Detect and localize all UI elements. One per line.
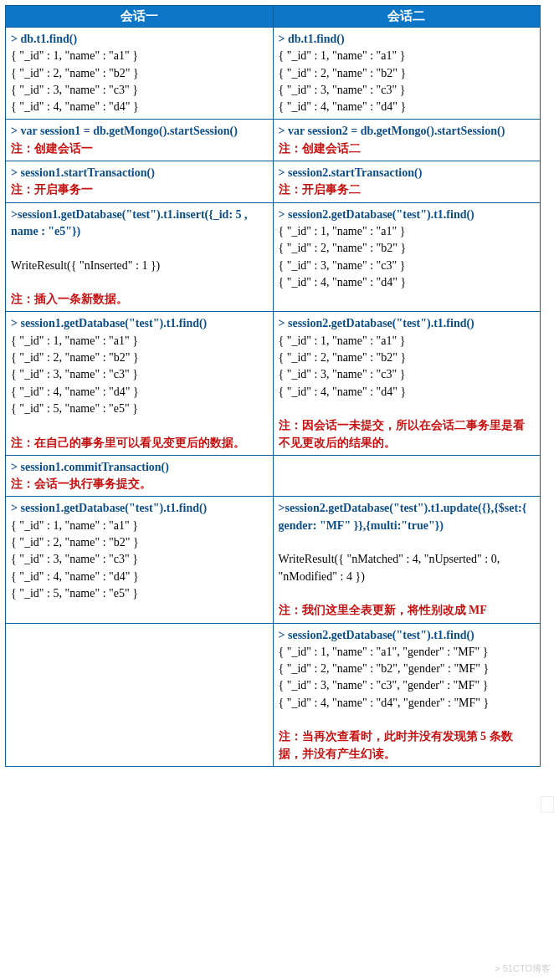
cell-session1: > db.t1.find(){ "_id" : 1, "name" : "a1"… (6, 28, 274, 120)
note-line: 注：插入一条新数据。 (11, 291, 268, 308)
command-line: > db.t1.find() (11, 31, 268, 48)
note-line: 注：创建会话一 (11, 140, 268, 157)
cell-session2: > session2.getDatabase("test").t1.find()… (273, 202, 541, 312)
table-row: > session1.getDatabase("test").t1.find()… (6, 497, 541, 623)
command-line: > session2.getDatabase("test").t1.find() (279, 207, 536, 223)
cell-session2: >session2.getDatabase("test").t1.update(… (273, 497, 541, 623)
output-line: { "_id" : 1, "name" : "a1" } (279, 223, 536, 240)
note-line: 注：在自己的事务里可以看见变更后的数据。 (11, 435, 268, 452)
header-col1: 会话一 (6, 6, 274, 28)
output-line: WriteResult({ "nInserted" : 1 }) (11, 258, 268, 274)
note-line: 注：开启事务一 (11, 181, 268, 198)
output-line (279, 585, 536, 602)
cell-session1: > session1.getDatabase("test").t1.find()… (6, 312, 274, 455)
output-line (11, 240, 268, 257)
command-line: >session2.getDatabase("test").t1.update(… (279, 500, 536, 534)
command-line: >session1.getDatabase("test").t1.insert(… (11, 207, 268, 241)
output-line: { "_id" : 5, "name" : "e5" } (11, 585, 268, 602)
cell-session1: >session1.getDatabase("test").t1.insert(… (6, 202, 274, 312)
cell-session1 (6, 623, 274, 766)
output-line: { "_id" : 2, "name" : "b2" } (11, 350, 268, 366)
table-row: >session1.getDatabase("test").t1.insert(… (6, 202, 541, 312)
cell-session1: > session1.getDatabase("test").t1.find()… (6, 497, 274, 623)
note-line: 注：开启事务二 (279, 181, 536, 198)
output-line: { "_id" : 3, "name" : "c3" } (279, 82, 536, 99)
table-row: > session1.getDatabase("test").t1.find()… (6, 312, 541, 455)
output-line: { "_id" : 2, "name" : "b2" } (279, 65, 536, 82)
table-row: > var session1 = db.getMongo().startSess… (6, 120, 541, 161)
output-line: { "_id" : 2, "name" : "b2" } (11, 534, 268, 551)
output-line: { "_id" : 1, "name" : "a1", "gender" : "… (279, 644, 536, 661)
cell-session1: > session1.startTransaction()注：开启事务一 (6, 161, 274, 203)
output-line: { "_id" : 1, "name" : "a1" } (11, 518, 268, 534)
cell-session2: > session2.startTransaction()注：开启事务二 (273, 161, 541, 203)
table-row: > session1.commitTransaction()注：会话一执行事务提… (6, 455, 541, 497)
table-row: > session2.getDatabase("test").t1.find()… (6, 623, 541, 766)
output-line: { "_id" : 4, "name" : "d4" } (279, 99, 536, 115)
table-row: > session1.startTransaction()注：开启事务一> se… (6, 161, 541, 203)
output-line: { "_id" : 3, "name" : "c3" } (279, 258, 536, 274)
command-line: > session2.getDatabase("test").t1.find() (279, 315, 536, 332)
output-line (279, 712, 536, 728)
output-line (279, 401, 536, 417)
output-line: WriteResult({ "nMatched" : 4, "nUpserted… (279, 551, 536, 585)
output-line: { "_id" : 2, "name" : "b2" } (279, 350, 536, 366)
output-line: { "_id" : 4, "name" : "d4" } (279, 274, 536, 291)
command-line: > var session2 = db.getMongo().startSess… (279, 123, 536, 140)
output-line: { "_id" : 4, "name" : "d4" } (279, 384, 536, 401)
cell-session2: > db.t1.find(){ "_id" : 1, "name" : "a1"… (273, 28, 541, 120)
note-line: 注：因会话一未提交，所以在会话二事务里是看不见更改后的结果的。 (279, 417, 536, 452)
output-line: { "_id" : 2, "name" : "b2" } (11, 65, 268, 82)
comparison-table: 会话一 会话二 > db.t1.find(){ "_id" : 1, "name… (5, 5, 541, 767)
command-line: > session1.startTransaction() (11, 165, 268, 181)
output-line: { "_id" : 3, "name" : "c3", "gender" : "… (279, 677, 536, 694)
output-line: { "_id" : 2, "name" : "b2", "gender" : "… (279, 661, 536, 677)
output-line (279, 534, 536, 551)
output-line: { "_id" : 3, "name" : "c3" } (11, 82, 268, 99)
header-col2: 会话二 (273, 6, 541, 28)
command-line: > session1.getDatabase("test").t1.find() (11, 500, 268, 517)
command-line: > db.t1.find() (279, 31, 536, 48)
output-line: { "_id" : 4, "name" : "d4" } (11, 384, 268, 401)
cell-session2: > session2.getDatabase("test").t1.find()… (273, 312, 541, 455)
output-line: { "_id" : 1, "name" : "a1" } (11, 333, 268, 350)
command-line: > session1.commitTransaction() (11, 459, 268, 476)
output-line: { "_id" : 1, "name" : "a1" } (279, 333, 536, 350)
output-line: { "_id" : 4, "name" : "d4", "gender" : "… (279, 695, 536, 712)
command-line: > var session1 = db.getMongo().startSess… (11, 123, 268, 140)
output-line: { "_id" : 4, "name" : "d4" } (11, 569, 268, 585)
output-line: { "_id" : 3, "name" : "c3" } (11, 551, 268, 568)
command-line: > session1.getDatabase("test").t1.find() (11, 315, 268, 332)
output-line: { "_id" : 2, "name" : "b2" } (279, 240, 536, 257)
note-line: 注：创建会话二 (279, 140, 536, 157)
cell-session2: > session2.getDatabase("test").t1.find()… (273, 623, 541, 766)
output-line: { "_id" : 5, "name" : "e5" } (11, 401, 268, 417)
table-row: > db.t1.find(){ "_id" : 1, "name" : "a1"… (6, 28, 541, 120)
output-line (11, 274, 268, 291)
note-line: 注：当再次查看时，此时并没有发现第 5 条数据，并没有产生幻读。 (279, 728, 536, 763)
cell-session2 (273, 455, 541, 497)
cell-session1: > var session1 = db.getMongo().startSess… (6, 120, 274, 161)
output-line: { "_id" : 3, "name" : "c3" } (11, 366, 268, 383)
cell-session1: > session1.commitTransaction()注：会话一执行事务提… (6, 455, 274, 497)
output-line: { "_id" : 4, "name" : "d4" } (11, 99, 268, 115)
output-line: { "_id" : 1, "name" : "a1" } (279, 48, 536, 64)
command-line: > session2.getDatabase("test").t1.find() (279, 627, 536, 644)
output-line: { "_id" : 3, "name" : "c3" } (279, 366, 536, 383)
command-line: > session2.startTransaction() (279, 165, 536, 181)
cell-session2: > var session2 = db.getMongo().startSess… (273, 120, 541, 161)
output-line (11, 417, 268, 434)
output-line: { "_id" : 1, "name" : "a1" } (11, 48, 268, 64)
note-line: 注：我们这里全表更新，将性别改成 MF (279, 602, 536, 619)
note-line: 注：会话一执行事务提交。 (11, 476, 268, 493)
